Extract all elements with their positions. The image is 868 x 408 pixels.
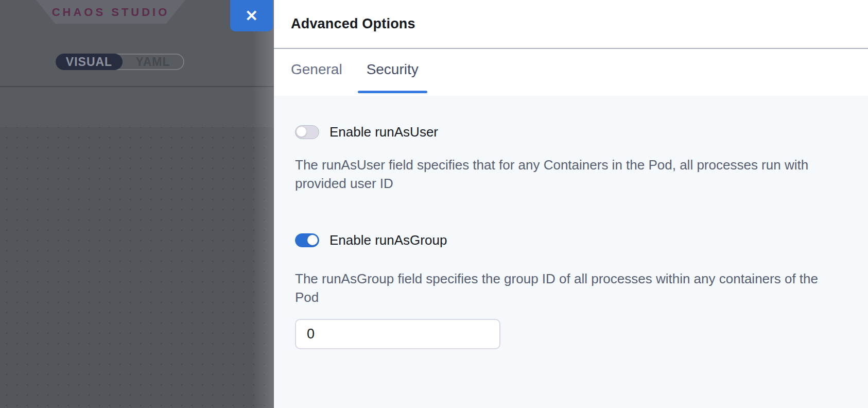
run-as-user-row: Enable runAsUser	[295, 125, 868, 139]
run-as-group-label: Enable runAsGroup	[329, 232, 447, 248]
app-window: CHAOS STUDIO VISUAL YAML ✕ Advanced Opti…	[0, 0, 868, 408]
security-tab-panel: Enable runAsUser The runAsUser field spe…	[274, 96, 868, 408]
toggle-knob	[296, 126, 307, 137]
run-as-user-section: Enable runAsUser The runAsUser field spe…	[295, 125, 868, 193]
run-as-group-section: Enable runAsGroup The runAsGroup field s…	[295, 233, 868, 349]
chaos-studio-logo: CHAOS STUDIO	[36, 0, 185, 24]
toggle-knob	[307, 235, 318, 245]
run-as-user-description: The runAsUser field specifies that for a…	[295, 156, 833, 193]
yaml-mode-button[interactable]: YAML	[123, 55, 183, 69]
chaos-studio-logo-text: CHAOS STUDIO	[52, 5, 170, 19]
visual-mode-button[interactable]: VISUAL	[56, 54, 123, 70]
visual-yaml-toggle: VISUAL YAML	[56, 54, 184, 70]
canvas-subheader	[0, 87, 274, 127]
tab-general[interactable]: General	[282, 49, 351, 96]
tab-active-underline	[358, 91, 427, 93]
drawer-edge-glow	[252, 0, 274, 408]
drawer-header: Advanced Options	[274, 0, 868, 49]
close-icon: ✕	[245, 8, 258, 24]
tab-security[interactable]: Security	[358, 49, 427, 96]
run-as-group-value-input[interactable]	[295, 319, 500, 349]
advanced-options-drawer: Advanced Options General Security Enable…	[274, 0, 868, 408]
run-as-user-toggle[interactable]	[295, 125, 319, 139]
drawer-tab-bar: General Security	[274, 49, 868, 96]
run-as-user-label: Enable runAsUser	[329, 124, 438, 140]
drawer-title: Advanced Options	[291, 16, 415, 32]
run-as-group-toggle[interactable]	[295, 233, 319, 247]
workflow-dot-grid-canvas[interactable]	[0, 127, 274, 406]
run-as-group-row: Enable runAsGroup	[295, 233, 868, 247]
close-drawer-button[interactable]: ✕	[230, 0, 273, 31]
tab-security-label: Security	[367, 61, 419, 78]
run-as-group-description: The runAsGroup field specifies the group…	[295, 270, 833, 307]
chaos-studio-background: CHAOS STUDIO VISUAL YAML	[0, 0, 274, 408]
tab-general-label: General	[291, 61, 342, 78]
